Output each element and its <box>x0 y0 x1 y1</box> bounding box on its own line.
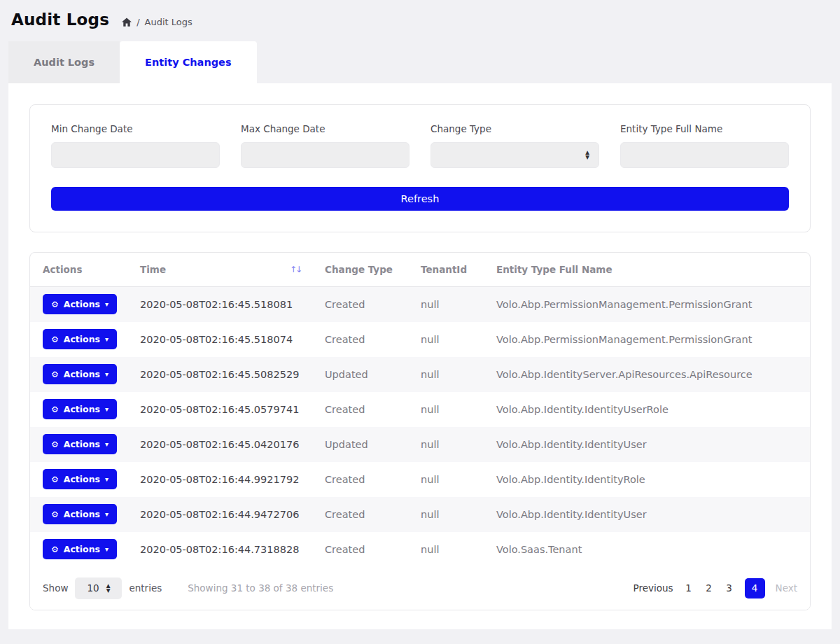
breadcrumb: / Audit Logs <box>122 13 192 27</box>
row-actions-button[interactable]: ⚙Actions▾ <box>43 469 117 489</box>
gear-icon: ⚙ <box>51 300 59 309</box>
breadcrumb-current: Audit Logs <box>145 17 192 27</box>
tab-entity-changes[interactable]: Entity Changes <box>120 41 256 83</box>
cell-change-type: Created <box>318 462 414 497</box>
column-header-tenant-id: TenantId <box>414 253 489 287</box>
column-header-time[interactable]: Time ↑↓ <box>133 253 318 287</box>
column-header-change-type: Change Type <box>318 253 414 287</box>
pagination-page-1[interactable]: 1 <box>684 582 694 594</box>
cell-entity-type: Volo.Abp.PermissionManagement.Permission… <box>489 287 810 322</box>
caret-down-icon: ▾ <box>105 371 108 378</box>
row-actions-button[interactable]: ⚙Actions▾ <box>43 539 117 559</box>
caret-down-icon: ▾ <box>105 546 108 553</box>
select-arrows-icon: ▲▼ <box>585 150 589 160</box>
row-actions-button[interactable]: ⚙Actions▾ <box>43 329 117 349</box>
home-icon[interactable] <box>122 18 132 27</box>
max-change-date-input[interactable] <box>241 142 410 168</box>
entity-changes-table: Actions Time ↑↓ Change Type TenantId Ent… <box>30 253 810 567</box>
table-row: ⚙Actions▾ 2020-05-08T02:16:45.0579741 Cr… <box>30 392 810 427</box>
row-actions-button[interactable]: ⚙Actions▾ <box>43 294 117 314</box>
select-arrows-icon: ▲▼ <box>106 584 111 593</box>
cell-time: 2020-05-08T02:16:44.7318828 <box>133 532 318 567</box>
table-header-row: Actions Time ↑↓ Change Type TenantId Ent… <box>30 253 810 287</box>
entity-changes-table-card: Actions Time ↑↓ Change Type TenantId Ent… <box>29 252 811 610</box>
table-row: ⚙Actions▾ 2020-05-08T02:16:44.9472706 Cr… <box>30 497 810 532</box>
cell-time: 2020-05-08T02:16:45.5082529 <box>133 357 318 392</box>
row-actions-button[interactable]: ⚙Actions▾ <box>43 399 117 419</box>
cell-change-type: Updated <box>318 357 414 392</box>
cell-tenant-id: null <box>414 427 489 462</box>
audit-logs-page: Audit Logs / Audit Logs Audit Logs Entit… <box>0 0 840 629</box>
page-header: Audit Logs / Audit Logs <box>0 0 840 36</box>
cell-change-type: Created <box>318 322 414 357</box>
row-actions-button[interactable]: ⚙Actions▾ <box>43 364 117 384</box>
filter-field-max-change-date: Max Change Date <box>241 123 410 168</box>
caret-down-icon: ▾ <box>105 441 108 448</box>
show-label: Show <box>43 582 68 594</box>
table-row: ⚙Actions▾ 2020-05-08T02:16:45.518081 Cre… <box>30 287 810 322</box>
row-actions-button[interactable]: ⚙Actions▾ <box>43 434 117 454</box>
gear-icon: ⚙ <box>51 510 59 519</box>
gear-icon: ⚙ <box>51 370 59 379</box>
cell-entity-type: Volo.Abp.PermissionManagement.Permission… <box>489 322 810 357</box>
main-panel: Audit Logs Entity Changes Min Change Dat… <box>8 41 832 629</box>
pagination-page-3[interactable]: 3 <box>724 582 734 594</box>
min-change-date-label: Min Change Date <box>51 123 220 134</box>
table-footer: Show 10 ▲▼ entries Showing 31 to 38 of 3… <box>30 567 810 610</box>
gear-icon: ⚙ <box>51 545 59 554</box>
entity-type-full-name-input[interactable] <box>620 142 789 168</box>
gear-icon: ⚙ <box>51 405 59 414</box>
table-row: ⚙Actions▾ 2020-05-08T02:16:44.7318828 Cr… <box>30 532 810 567</box>
column-header-time-label: Time <box>140 264 166 275</box>
change-type-select[interactable]: ▲▼ <box>430 142 599 168</box>
breadcrumb-separator: / <box>136 17 139 27</box>
cell-entity-type: Volo.Abp.Identity.IdentityUserRole <box>489 392 810 427</box>
filter-card: Min Change Date Max Change Date Change T… <box>29 104 811 232</box>
pagination-page-4-active[interactable]: 4 <box>745 578 765 598</box>
page-size-select[interactable]: 10 ▲▼ <box>75 578 122 599</box>
cell-entity-type: Volo.Abp.Identity.IdentityUser <box>489 497 810 532</box>
cell-time: 2020-05-08T02:16:45.518074 <box>133 322 318 357</box>
cell-tenant-id: null <box>414 462 489 497</box>
cell-tenant-id: null <box>414 287 489 322</box>
max-change-date-label: Max Change Date <box>241 123 410 134</box>
table-row: ⚙Actions▾ 2020-05-08T02:16:45.0420176 Up… <box>30 427 810 462</box>
cell-change-type: Updated <box>318 427 414 462</box>
cell-entity-type: Volo.Saas.Tenant <box>489 532 810 567</box>
cell-entity-type: Volo.Abp.Identity.IdentityUser <box>489 427 810 462</box>
table-row: ⚙Actions▾ 2020-05-08T02:16:45.518074 Cre… <box>30 322 810 357</box>
cell-time: 2020-05-08T02:16:44.9472706 <box>133 497 318 532</box>
gear-icon: ⚙ <box>51 475 59 484</box>
row-actions-button[interactable]: ⚙Actions▾ <box>43 504 117 524</box>
cell-time: 2020-05-08T02:16:45.0579741 <box>133 392 318 427</box>
caret-down-icon: ▾ <box>105 336 108 343</box>
pagination-next[interactable]: Next <box>776 582 797 594</box>
min-change-date-input[interactable] <box>51 142 220 168</box>
pagination-page-2[interactable]: 2 <box>704 582 714 594</box>
cell-change-type: Created <box>318 287 414 322</box>
pagination-previous[interactable]: Previous <box>633 582 673 594</box>
filter-field-change-type: Change Type ▲▼ <box>430 123 599 168</box>
caret-down-icon: ▾ <box>105 511 108 518</box>
refresh-button[interactable]: Refresh <box>51 187 789 211</box>
cell-change-type: Created <box>318 497 414 532</box>
caret-down-icon: ▾ <box>105 406 108 413</box>
filter-field-entity-type-full-name: Entity Type Full Name <box>620 123 789 168</box>
cell-time: 2020-05-08T02:16:44.9921792 <box>133 462 318 497</box>
cell-entity-type: Volo.Abp.IdentityServer.ApiResources.Api… <box>489 357 810 392</box>
caret-down-icon: ▾ <box>105 301 108 308</box>
cell-time: 2020-05-08T02:16:45.0420176 <box>133 427 318 462</box>
filter-row: Min Change Date Max Change Date Change T… <box>51 123 789 168</box>
entries-label: entries <box>129 582 162 594</box>
sort-icon[interactable]: ↑↓ <box>290 265 301 274</box>
cell-tenant-id: null <box>414 532 489 567</box>
column-header-actions: Actions <box>30 253 133 287</box>
entity-changes-tab-content: Min Change Date Max Change Date Change T… <box>8 83 832 629</box>
page-size-value: 10 <box>87 582 99 594</box>
tab-bar: Audit Logs Entity Changes <box>8 41 832 83</box>
tab-audit-logs[interactable]: Audit Logs <box>8 41 120 83</box>
showing-entries-status: Showing 31 to 38 of 38 entries <box>188 582 333 594</box>
cell-entity-type: Volo.Abp.Identity.IdentityRole <box>489 462 810 497</box>
cell-tenant-id: null <box>414 392 489 427</box>
pagination: Previous 1 2 3 4 Next <box>633 578 797 598</box>
